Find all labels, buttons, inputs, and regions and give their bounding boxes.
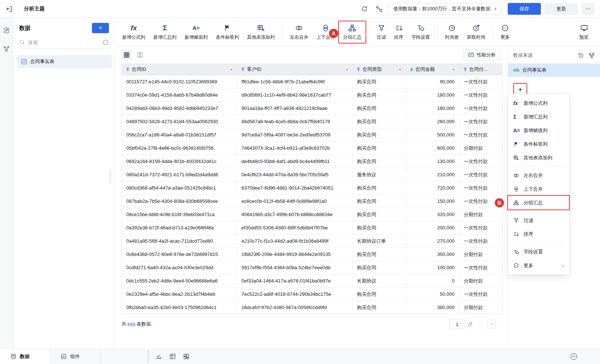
table-row[interactable]: 05bf042a-27f8-4e66-bc0c-9638145fd7567464… <box>122 142 502 155</box>
merge-lr-icon <box>295 24 303 32</box>
exit-icon[interactable] <box>4 3 15 14</box>
card-view-toggle[interactable] <box>135 50 145 60</box>
table-row[interactable]: 0a481a95-5f8f-4a2f-acac-711dcd77ed80e210… <box>122 235 502 248</box>
menu-item-group-summary[interactable]: 分组汇总B <box>508 196 569 209</box>
refresh-icon[interactable] <box>359 3 370 14</box>
column-header-contract-id[interactable]: T合同ID▾ <box>122 64 237 75</box>
data-table: T合同ID▾T客户ID▾T合同类型▾#合同金额▾T合同付... 00115727… <box>121 63 503 313</box>
number-field-icon: # <box>410 67 413 72</box>
topology-icon[interactable] <box>589 52 595 59</box>
sort-icon <box>513 231 520 237</box>
menu-item-assign[interactable]: A=新增赋值列 <box>508 124 569 137</box>
page-input[interactable] <box>449 319 465 329</box>
toolbar-item-field-setting[interactable]: 字段设置 <box>407 21 434 43</box>
datasource-panel: 数据来源 xls 合同事实表 <box>508 46 600 349</box>
column-header-contract-amount[interactable]: #合同金额▾ <box>406 64 459 75</box>
column-menu-caret[interactable]: ▾ <box>453 67 455 72</box>
bottom-tab-data[interactable]: 数据 <box>0 349 50 364</box>
table-row[interactable]: 08ce15be-bbfd-4c9b-b18f-39eb03e471ca4564… <box>122 208 502 221</box>
drag-handle[interactable] <box>148 350 149 363</box>
column-header-contract-payment[interactable]: T合同付... <box>459 64 502 75</box>
menu-item-table-add[interactable]: 其他表添加列 <box>508 151 569 164</box>
column-menu-caret[interactable]: ▾ <box>230 67 232 72</box>
table-row[interactable]: 0cdfd271-6a40-432a-ac04-fcf0e3e029dd5917… <box>122 261 502 274</box>
data-limit-label: 使用数据量：前1000万行，暂不支持全量数据 <box>393 6 490 12</box>
toolbar-item-table-add[interactable]: 其他表添加列 <box>243 21 279 43</box>
dataset-edit-icon[interactable] <box>2 26 11 35</box>
table-row[interactable]: 03374c0e-59d1-4158-8ab5-67b48d80d84ed9c8… <box>122 89 502 102</box>
bottombar: 数据组件 <box>0 349 600 364</box>
table-row[interactable]: 0fb2bba0-ea35-42b0-8e03-1750962d64c116dc… <box>122 301 502 313</box>
column-header-customer-id[interactable]: T客户ID▾ <box>237 64 353 75</box>
blood-relation-icon[interactable] <box>2 44 11 53</box>
update-history-icon[interactable] <box>578 52 584 59</box>
toolbar-item-formula[interactable]: fx新增公式列 <box>118 21 150 43</box>
toolbar-item-sigma[interactable]: Σ新增汇总列 <box>150 21 181 43</box>
lineage-icon[interactable] <box>374 3 385 14</box>
data-limit-dropdown[interactable]: 使用数据量：前1000万行，暂不支持全量数据 ∨ <box>388 3 502 15</box>
toolbar-item-group-summary[interactable]: 分组汇总A <box>339 21 366 43</box>
page-up-button[interactable] <box>475 320 484 329</box>
menu-item-more[interactable]: 更多› <box>508 259 569 272</box>
table-row[interactable]: 0dc1c555-2eb2-4d8e-9ee4-50e96688e6a60ef3… <box>122 274 502 288</box>
performance-analysis-button[interactable]: 性能分析 <box>463 49 500 60</box>
collapse-up-button[interactable] <box>569 352 579 361</box>
text-field-icon: T <box>464 67 467 72</box>
insert-table-icon[interactable] <box>169 353 176 360</box>
menu-item-flag[interactable]: 条件标签列 <box>508 137 569 151</box>
table-row[interactable]: 04897502-5828-4273-8184-553aa056293088d5… <box>122 115 502 128</box>
dataset-item[interactable]: 合同事实表 <box>17 55 112 68</box>
table-row[interactable]: 00115727-e145-44c0-9102-110523699369ff61… <box>122 75 502 89</box>
toolbar-item-assign[interactable]: A=新增赋值列 <box>181 21 212 43</box>
filter-icon <box>513 218 520 223</box>
text-field-icon: T <box>126 67 129 72</box>
column-menu-caret[interactable]: ▾ <box>399 67 401 72</box>
toolbar-item-preview[interactable]: 预览 <box>575 21 593 43</box>
total-prefix: 共 <box>121 321 126 327</box>
topbar-more-button[interactable]: ⋯ <box>582 3 595 15</box>
table-row[interactable]: 04289ab3-08e3-49d3-9582-4dbb945233e7901a… <box>122 102 502 115</box>
table-row[interactable]: 056c2ca7-a186-40a4-a8a6-01b38151df579d7c… <box>122 128 502 142</box>
table-row[interactable]: 080cd368-af54-447a-a3ae-051425c84bc16370… <box>122 181 502 195</box>
table-row[interactable]: 0c6e4368-0572-40e6-978e-de72b8997d151fb8… <box>122 248 502 261</box>
toolbar-item-more[interactable]: 更多 <box>497 21 514 43</box>
total-count: 668 <box>127 322 136 327</box>
column-header-contract-type[interactable]: T合同类型▾ <box>353 64 406 75</box>
grid-view-toggle[interactable] <box>121 50 132 60</box>
menu-item-field-setting[interactable]: 字段设置 <box>508 245 569 259</box>
toolbar: fx新增公式列Σ新增汇总列A=新增赋值列条件标签列其他表添加列左右合并上下合并分… <box>114 18 600 46</box>
table-row[interactable]: 0a392e38-b72f-46ad-b713-a19e06f6f46eef35… <box>122 221 502 235</box>
toolbar-separator <box>493 25 493 39</box>
menu-item-sigma[interactable]: Σ新增汇总列 <box>508 110 569 124</box>
page-down-button[interactable] <box>487 320 496 329</box>
menu-item-merge-tb[interactable]: 上下合并 <box>508 182 569 196</box>
insert-board-icon[interactable] <box>183 353 190 360</box>
toolbar-item-merge-lr[interactable]: 左右合并 <box>286 21 312 43</box>
table-row[interactable]: 080a241d-7372-4921-b171-b9ed2d4a9dd60e4c… <box>122 168 502 181</box>
bottom-tab-component[interactable]: 组件 <box>50 349 100 364</box>
toolbar-item-time-diff[interactable]: 时间差 <box>441 21 463 43</box>
menu-item-formula[interactable]: fx新增公式列 <box>508 96 569 110</box>
table-row[interactable]: 0692a164-8159-4dda-901b-4003f432d41cde4b… <box>122 155 502 168</box>
search-input[interactable] <box>28 40 99 45</box>
datasource-item[interactable]: xls 合同事实表 <box>508 63 600 77</box>
toolbar-item-get-time[interactable]: 获取时间 <box>463 21 490 43</box>
toolbar-item-filter[interactable]: 过滤 <box>373 21 390 43</box>
menu-item-filter[interactable]: 过滤 <box>508 214 569 227</box>
update-button[interactable]: 更新 <box>545 3 578 15</box>
menu-item-sort[interactable]: 排序 <box>508 227 569 241</box>
table-row[interactable]: 0e2329e4-af5e-4bbc-8ea2-2b13d7f4b4eb7ec5… <box>122 288 502 301</box>
menu-item-merge-lr[interactable]: 左右合并 <box>508 169 569 182</box>
table-row[interactable]: 087bab2a-7b5e-4304-808a-830b68556ceeec8c… <box>122 195 502 208</box>
assign-icon: A= <box>192 24 200 32</box>
toolbar-item-flag[interactable]: 条件标签列 <box>212 21 243 43</box>
panel-resize-handle[interactable] <box>110 170 111 183</box>
toolbar-item-sort[interactable]: 排序 <box>390 21 407 43</box>
field-setting-icon <box>416 24 425 32</box>
add-dataset-button[interactable]: + <box>92 23 109 33</box>
search-more-icon[interactable] <box>102 39 109 46</box>
column-menu-caret[interactable]: ▾ <box>346 67 348 72</box>
save-button[interactable]: 保存 <box>508 3 541 15</box>
total-suffix: 条数据 <box>137 321 151 327</box>
insert-chart-icon[interactable] <box>155 353 162 360</box>
